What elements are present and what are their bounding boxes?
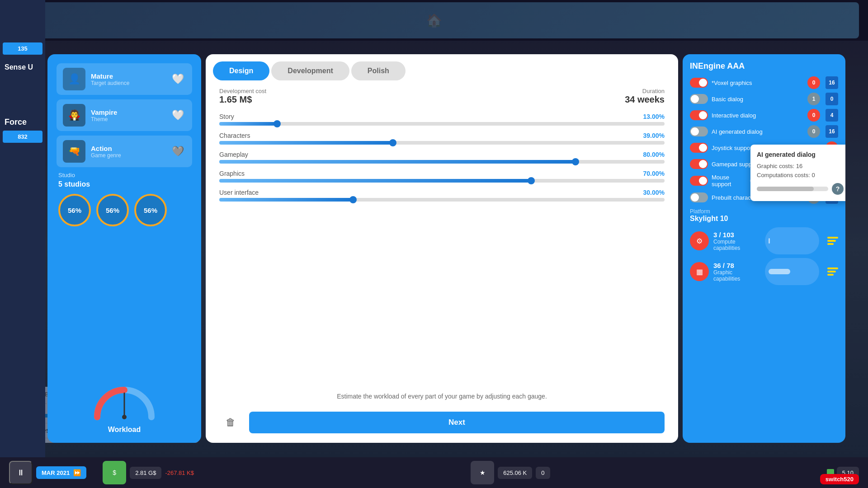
cost-ai-gray: 0 xyxy=(807,125,820,138)
studio-circle-2: 56% xyxy=(96,194,129,226)
studio-label: Studio xyxy=(58,172,190,178)
graphic-list-icon xyxy=(827,266,838,277)
slider-thumb-gameplay[interactable] xyxy=(572,158,579,165)
slider-thumb-characters[interactable] xyxy=(389,139,396,146)
action-type: Game genre xyxy=(91,152,164,159)
attribute-vampire: 🧛 Vampire Theme 🤍 xyxy=(57,99,192,131)
tab-polish[interactable]: Polish xyxy=(351,61,406,80)
toggle-ai-dialog[interactable] xyxy=(690,127,708,136)
svg-point-1 xyxy=(122,415,127,419)
slider-track-ui[interactable] xyxy=(219,198,665,202)
compute-name: Compute capabilities xyxy=(713,239,760,251)
badge-135: 135 xyxy=(3,42,42,55)
studio-circles: 56% 56% 56% xyxy=(58,194,190,226)
tabs-row: Design Development Polish xyxy=(206,54,678,80)
currency-icon: $ xyxy=(103,461,126,484)
slider-track-graphics[interactable] xyxy=(219,179,665,183)
action-icon: 🔫 xyxy=(63,140,85,163)
heart-vampire[interactable]: 🤍 xyxy=(170,107,186,123)
slider-ui: User interface 30.00% xyxy=(219,189,665,202)
heart-action[interactable]: 🩶 xyxy=(170,143,186,160)
cost-label: Development cost xyxy=(219,88,266,94)
cost-ai-grid: 16 xyxy=(826,125,838,138)
slider-fill-story xyxy=(219,122,277,126)
center-panel: Design Development Polish Development co… xyxy=(206,54,678,443)
slider-story: Story 13.00% xyxy=(219,113,665,126)
cost-interactive-red: 0 xyxy=(807,109,820,122)
delete-button[interactable]: 🗑 xyxy=(219,411,242,434)
graphic-name: Graphic capabilities xyxy=(713,269,760,282)
tab-design[interactable]: Design xyxy=(213,61,269,80)
slider-thumb-ui[interactable] xyxy=(349,196,357,203)
next-button[interactable]: Next xyxy=(249,412,665,433)
bottom-buttons: 🗑 Next xyxy=(206,406,678,443)
cost-basic-grid: 0 xyxy=(826,93,838,105)
feature-interactive-dialog: Interactive dialog 0 4 xyxy=(690,109,838,122)
mature-icon: 👤 xyxy=(63,68,85,90)
toggle-gamepad[interactable] xyxy=(690,159,708,169)
tooltip-popup: AI generated dialog Graphic costs: 16 Co… xyxy=(750,145,845,201)
feature-name-ai-dialog: AI generated dialog xyxy=(712,128,804,135)
cost-duration-row: Development cost 1.65 M$ Duration 34 wee… xyxy=(206,80,678,108)
slider-thumb-graphics[interactable] xyxy=(528,177,535,184)
compute-fraction: 3 / 103 xyxy=(713,231,760,239)
feature-name-voxel: *Voxel graphics xyxy=(712,80,804,86)
toggle-voxel[interactable] xyxy=(690,78,708,88)
pause-button[interactable]: ⏸ xyxy=(9,461,33,484)
fans-count: 625.06 K xyxy=(498,467,532,479)
studio-section: Studio 5 studios 56% 56% 56% xyxy=(57,172,192,234)
feature-name-interactive-dialog: Interactive dialog xyxy=(712,112,804,119)
toggle-prebuilt[interactable] xyxy=(690,192,708,202)
compute-list-icon xyxy=(827,235,838,246)
cost-interactive-grid: 4 xyxy=(826,109,838,122)
taskbar: ⏸ MAR 2021 ⏩ $ 2.81 G$ -267.81 K$ ★ 625.… xyxy=(0,457,868,488)
tooltip-bar-fill xyxy=(757,187,814,191)
attribute-mature: 👤 Mature Target audience 🤍 xyxy=(57,63,192,95)
sliders-area: Story 13.00% Characters 39.00% xyxy=(206,108,678,387)
right-panel: INEngine AAA *Voxel graphics 0 16 Basic … xyxy=(683,54,845,443)
cost-voxel-red: 0 xyxy=(807,76,820,89)
graphic-bar-bg xyxy=(765,258,819,285)
action-name: Action xyxy=(91,145,164,152)
attribute-action: 🔫 Action Game genre 🩶 xyxy=(57,136,192,167)
switch-brand-badge: switch520 xyxy=(820,474,859,484)
slider-fill-characters xyxy=(219,141,393,145)
tooltip-bar xyxy=(757,187,828,191)
estimate-text: Estimate the workload of every part of y… xyxy=(206,387,678,406)
tab-development[interactable]: Development xyxy=(271,61,349,80)
cost-value: 1.65 M$ xyxy=(219,94,266,105)
feature-basic-dialog: Basic dialog 1 0 xyxy=(690,93,838,105)
mature-type: Target audience xyxy=(91,80,164,86)
tooltip-help-icon[interactable]: ? xyxy=(832,183,844,195)
duration-label: Duration xyxy=(625,88,665,94)
left-panel: 👤 Mature Target audience 🤍 🧛 Vampire The… xyxy=(47,54,201,443)
workload-label: Workload xyxy=(108,426,141,434)
main-container: 👤 Mature Target audience 🤍 🧛 Vampire The… xyxy=(47,54,845,443)
toggle-mouse[interactable] xyxy=(690,176,708,186)
fans-icon: ★ xyxy=(471,461,494,484)
engine-title: INEngine AAA xyxy=(690,61,838,71)
workload-section: Workload xyxy=(57,379,192,434)
vampire-name: Vampire xyxy=(91,108,164,116)
feature-voxel: *Voxel graphics 0 16 xyxy=(690,76,838,89)
slider-track-story[interactable] xyxy=(219,122,665,126)
vampire-icon: 🧛 xyxy=(63,104,85,127)
workload-gauge-svg xyxy=(88,379,160,424)
slider-track-gameplay[interactable] xyxy=(219,160,665,164)
slider-thumb-story[interactable] xyxy=(274,120,281,127)
toggle-interactive-dialog[interactable] xyxy=(690,110,708,120)
toggle-basic-dialog[interactable] xyxy=(690,94,708,104)
slider-track-characters[interactable] xyxy=(219,141,665,145)
tooltip-computation-costs: Computations costs: 0 xyxy=(757,171,844,180)
feature-name-mouse: Mouse support xyxy=(712,174,746,188)
toggle-joystick[interactable] xyxy=(690,143,708,153)
slider-fill-ui xyxy=(219,198,353,202)
studio-count: 5 studios xyxy=(58,180,190,188)
tooltip-title: AI generated dialog xyxy=(757,151,844,158)
platform-section: Platform Skylight 10 ⚙ 3 / 103 Compute c… xyxy=(690,208,838,285)
heart-mature[interactable]: 🤍 xyxy=(170,71,186,87)
studio-circle-3: 56% xyxy=(134,194,167,226)
fast-forward-button[interactable]: ⏩ xyxy=(73,469,81,476)
fans-extra: 0 xyxy=(536,467,550,479)
slider-fill-graphics xyxy=(219,179,531,183)
